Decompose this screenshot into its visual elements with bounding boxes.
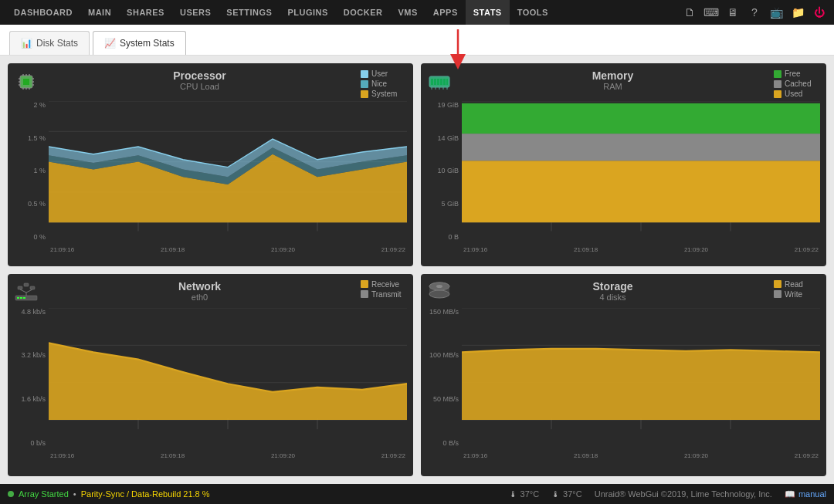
storage-panel: Storage 4 disks Read Write 150 MB/s 100 … (421, 274, 826, 477)
status-right: 🌡 37°C 🌡 37°C Unraid® WebGui ©2019, Lime… (509, 489, 826, 499)
status-left: Array Started • Parity-Sync / Data-Rebui… (8, 489, 210, 499)
tab-disk-stats[interactable]: 📊 Disk Stats (9, 31, 90, 55)
network-chart: 4.8 kb/s 3.2 kb/s 1.6 kb/s 0 b/s (14, 308, 407, 460)
storage-legend: Read Write (774, 280, 820, 299)
temp1-item: 🌡 37°C (509, 489, 540, 499)
folder-icon[interactable]: 📁 (789, 4, 806, 21)
storage-icon (427, 280, 452, 305)
memory-chart: 19 GiB 14 GiB 10 GiB 5 GiB 0 B (427, 101, 820, 253)
nav-stats[interactable]: STATS (466, 0, 510, 25)
system-stats-label: System Stats (120, 38, 175, 49)
svg-rect-31 (443, 79, 446, 85)
svg-marker-80 (462, 348, 820, 419)
monitor-icon[interactable]: 📺 (768, 4, 785, 21)
top-navigation: DASHBOARD MAIN SHARES USERS SETTINGS PLU… (0, 0, 834, 25)
svg-line-55 (20, 289, 26, 293)
array-status-dot (8, 491, 14, 497)
system-stats-icon: 📈 (104, 38, 116, 49)
svg-rect-2 (23, 79, 29, 85)
network-subtitle: eth0 (39, 293, 361, 302)
disk-stats-icon: 📊 (21, 38, 32, 49)
svg-line-56 (26, 289, 32, 293)
svg-rect-48 (462, 103, 820, 134)
status-bar: Array Started • Parity-Sync / Data-Rebui… (0, 484, 834, 504)
display-icon[interactable]: 🖥 (724, 4, 741, 21)
svg-rect-53 (26, 297, 29, 299)
temp1-value: 37°C (520, 489, 540, 499)
thermometer-icon: 🌡 (509, 489, 517, 499)
svg-rect-28 (434, 79, 436, 85)
main-content: Processor CPU Load User Nice System 2 % … (0, 56, 834, 484)
memory-panel: Memory RAM Free Cached Used 19 GiB 14 Gi… (421, 63, 826, 266)
nav-dashboard[interactable]: DASHBOARD (6, 0, 80, 25)
network-panel: Network eth0 Receive Transmit 4.8 kb/s 3… (8, 274, 413, 477)
svg-point-70 (429, 290, 449, 298)
storage-title: Storage (452, 280, 774, 293)
nav-apps[interactable]: APPS (425, 0, 466, 25)
processor-title: Processor (39, 69, 361, 82)
nav-users[interactable]: USERS (172, 0, 219, 25)
nav-vms[interactable]: VMS (390, 0, 425, 25)
svg-point-72 (436, 285, 442, 288)
nav-settings[interactable]: SETTINGS (219, 0, 280, 25)
svg-rect-32 (446, 79, 448, 85)
memory-title: Memory (452, 69, 774, 82)
memory-subtitle: RAM (452, 82, 774, 91)
temp2-value: 37°C (563, 489, 582, 499)
svg-rect-47 (462, 134, 820, 161)
svg-rect-57 (18, 286, 22, 289)
cpu-temp-icon: 🌡 (551, 489, 560, 499)
manual-link[interactable]: manual (798, 489, 826, 499)
memory-icon (427, 69, 452, 94)
storage-chart: 150 MB/s 100 MB/s 50 MB/s 0 B/s (427, 308, 820, 460)
svg-rect-50 (17, 297, 19, 299)
processor-legend: User Nice System (361, 69, 407, 98)
brand-text: Unraid® WebGui ©2019, Lime Technology, I… (595, 489, 772, 499)
manual-icon: 📖 (785, 489, 795, 499)
processor-panel: Processor CPU Load User Nice System 2 % … (8, 63, 413, 266)
svg-rect-27 (431, 79, 433, 85)
help-icon[interactable]: ? (746, 4, 763, 21)
brand-item: Unraid® WebGui ©2019, Lime Technology, I… (595, 489, 772, 499)
nav-shares[interactable]: SHARES (119, 0, 172, 25)
parity-info: Parity-Sync / Data-Rebuild 21.8 % (81, 489, 210, 499)
nav-tools[interactable]: TOOLS (510, 0, 556, 25)
terminal-icon[interactable]: ⌨ (703, 4, 720, 21)
svg-rect-59 (24, 283, 29, 286)
file-icon[interactable]: 🗋 (681, 4, 698, 21)
processor-subtitle: CPU Load (39, 82, 361, 91)
temp2-item: 🌡 37°C (551, 489, 582, 499)
power-icon[interactable]: ⏻ (811, 4, 828, 21)
processor-chart: 2 % 1.5 % 1 % 0.5 % 0 % (14, 101, 407, 253)
storage-subtitle: 4 disks (452, 293, 774, 302)
memory-legend: Free Cached Used (774, 69, 820, 98)
svg-rect-30 (440, 79, 442, 85)
nav-icons: 🗋 ⌨ 🖥 ? 📺 📁 ⏻ (681, 4, 828, 21)
svg-rect-29 (437, 79, 439, 85)
nav-docker[interactable]: DOCKER (336, 0, 391, 25)
manual-item[interactable]: 📖 manual (785, 489, 826, 499)
network-legend: Receive Transmit (361, 280, 407, 299)
array-status-text: Array Started (19, 489, 69, 499)
tab-bar: 📊 Disk Stats 📈 System Stats (0, 25, 834, 56)
nav-plugins[interactable]: PLUGINS (280, 0, 335, 25)
nav-items: DASHBOARD MAIN SHARES USERS SETTINGS PLU… (6, 0, 681, 25)
svg-rect-58 (30, 286, 35, 289)
svg-rect-52 (23, 297, 25, 299)
network-icon (14, 280, 39, 305)
nav-main[interactable]: MAIN (80, 0, 119, 25)
disk-stats-label: Disk Stats (36, 38, 78, 49)
tab-system-stats[interactable]: 📈 System Stats (93, 31, 186, 55)
svg-rect-51 (20, 297, 22, 299)
svg-rect-46 (462, 161, 820, 222)
processor-icon (14, 69, 39, 94)
network-title: Network (39, 280, 361, 293)
